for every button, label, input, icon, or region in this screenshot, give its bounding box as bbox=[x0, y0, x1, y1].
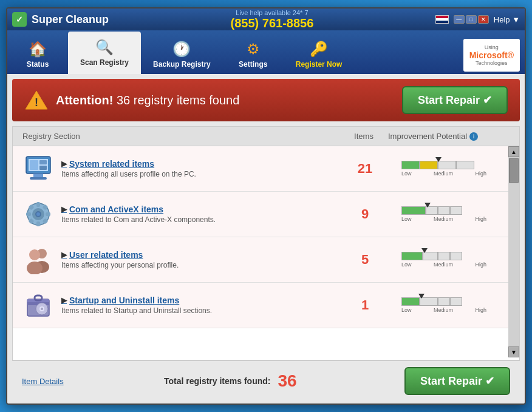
start-repair-button-top[interactable]: Start Repair ✔ bbox=[402, 86, 508, 114]
meter-medium-label: Medium bbox=[434, 307, 453, 313]
user-row-title[interactable]: ▶ User related items bbox=[61, 250, 341, 260]
live-help-text: Live help available 24* 7 bbox=[231, 9, 314, 16]
meter-empty1 bbox=[423, 252, 438, 260]
startup-row-desc: Items related to Startup and Uninstall s… bbox=[61, 306, 341, 315]
startup-row-meter: Low Medium High bbox=[389, 297, 499, 313]
table-row: ▶ System related items Items affecting a… bbox=[13, 146, 519, 192]
improvement-info-icon[interactable]: i bbox=[469, 132, 478, 141]
svg-rect-12 bbox=[36, 202, 40, 207]
meter-high-label: High bbox=[475, 216, 486, 222]
item-details-link[interactable]: Item Details bbox=[22, 377, 64, 386]
attention-bold: Attention! bbox=[56, 93, 113, 107]
meter-low-label: Low bbox=[401, 216, 412, 222]
startup-row-title-text: Startup and Uninstall items bbox=[69, 295, 179, 305]
app-branding: ✓ Super Cleanup bbox=[12, 12, 109, 27]
help-button[interactable]: Help ▼ bbox=[494, 15, 520, 24]
ms-name-text: Microsoft® bbox=[469, 50, 514, 60]
user-row-content: ▶ User related items Items affecting you… bbox=[61, 250, 341, 269]
flag-icon bbox=[435, 15, 449, 24]
footer-bar: Item Details Total registry items found:… bbox=[12, 360, 520, 401]
user-expand-arrow: ▶ bbox=[61, 251, 67, 259]
system-row-title[interactable]: ▶ System related items bbox=[61, 159, 341, 169]
microsoft-badge: Using Microsoft® Technologies bbox=[463, 39, 520, 72]
meter-indicator bbox=[435, 157, 442, 162]
tab-scan-registry[interactable]: 🔍 Scan Registry bbox=[68, 32, 141, 74]
startup-row-content: ▶ Startup and Uninstall items Items rela… bbox=[61, 295, 341, 315]
svg-rect-5 bbox=[30, 177, 47, 180]
com-row-meter: Low Medium High bbox=[389, 206, 499, 222]
tab-settings[interactable]: ⚙ Settings bbox=[223, 35, 284, 74]
register-tab-label: Register Now bbox=[296, 60, 343, 69]
meter-indicator bbox=[418, 294, 425, 299]
ms-tech-text: Technologies bbox=[476, 60, 508, 66]
svg-rect-7 bbox=[39, 160, 47, 164]
svg-rect-14 bbox=[26, 212, 31, 216]
register-tab-icon: 🔑 bbox=[310, 41, 328, 58]
table-header: Registry Section Items Improvement Poten… bbox=[13, 127, 519, 146]
status-tab-label: Status bbox=[27, 60, 49, 69]
phone-number: (855) 761-8856 bbox=[231, 16, 314, 30]
close-button[interactable]: ✕ bbox=[478, 15, 489, 24]
scroll-thumb[interactable] bbox=[509, 158, 519, 183]
tab-register-now[interactable]: 🔑 Register Now bbox=[284, 35, 355, 74]
gear-icon bbox=[24, 200, 53, 229]
svg-point-23 bbox=[29, 249, 40, 260]
meter-empty3 bbox=[450, 297, 462, 306]
maximize-button[interactable]: □ bbox=[466, 15, 477, 24]
user-row-icon bbox=[22, 244, 54, 275]
meter-empty3 bbox=[450, 252, 462, 260]
com-expand-arrow: ▶ bbox=[61, 205, 67, 214]
backup-tab-label: Backup Registry bbox=[153, 60, 211, 69]
svg-text:!: ! bbox=[35, 96, 38, 109]
com-row-desc: Items related to Com and Active-X compon… bbox=[61, 215, 341, 224]
svg-point-30 bbox=[41, 308, 43, 310]
com-row-title[interactable]: ▶ Com and ActiveX items bbox=[61, 204, 341, 214]
scroll-spacer bbox=[497, 132, 510, 141]
meter-labels: Low Medium High bbox=[401, 262, 486, 268]
status-tab-icon: 🏠 bbox=[29, 41, 47, 58]
com-row-title-text: Com and ActiveX items bbox=[69, 204, 163, 214]
warning-triangle-icon: ! bbox=[25, 90, 48, 110]
svg-rect-6 bbox=[30, 160, 38, 170]
svg-rect-13 bbox=[36, 221, 40, 226]
com-row-content: ▶ Com and ActiveX items Items related to… bbox=[61, 204, 341, 224]
svg-point-20 bbox=[36, 212, 40, 216]
user-row-title-text: User related items bbox=[69, 250, 143, 260]
meter-empty2 bbox=[438, 252, 450, 260]
contact-info: Live help available 24* 7 (855) 761-8856 bbox=[231, 9, 314, 30]
table-scrollbar[interactable]: ▲ ▼ bbox=[508, 146, 519, 357]
scroll-up-button[interactable]: ▲ bbox=[508, 146, 519, 157]
meter-green bbox=[401, 161, 420, 169]
system-meter-bar bbox=[401, 161, 486, 169]
minimize-button[interactable]: — bbox=[454, 15, 465, 24]
settings-tab-icon: ⚙ bbox=[247, 41, 260, 58]
start-repair-button-bottom[interactable]: Start Repair ✔ bbox=[404, 367, 510, 395]
warning-icon-wrap: ! bbox=[24, 88, 49, 112]
scroll-down-button[interactable]: ▼ bbox=[508, 346, 519, 357]
meter-empty1 bbox=[420, 297, 438, 306]
system-row-count: 21 bbox=[341, 161, 389, 177]
tab-status[interactable]: 🏠 Status bbox=[7, 35, 68, 74]
meter-high-label: High bbox=[475, 171, 486, 177]
window-controls[interactable]: — □ ✕ bbox=[454, 15, 489, 24]
user-meter-bar bbox=[401, 252, 486, 260]
backup-tab-icon: 🕐 bbox=[172, 41, 191, 58]
user-row-count: 5 bbox=[341, 252, 389, 268]
app-title: Super Cleanup bbox=[32, 13, 109, 26]
meter-empty1 bbox=[438, 161, 456, 169]
startup-icon bbox=[24, 291, 53, 320]
computer-icon bbox=[24, 154, 53, 183]
svg-point-24 bbox=[27, 262, 43, 274]
meter-high-label: High bbox=[475, 307, 486, 313]
system-row-title-text: System related items bbox=[69, 159, 154, 169]
meter-labels: Low Medium High bbox=[401, 216, 486, 222]
tab-backup-registry[interactable]: 🕐 Backup Registry bbox=[141, 35, 223, 74]
startup-row-title[interactable]: ▶ Startup and Uninstall items bbox=[61, 295, 341, 305]
scan-tab-icon: 🔍 bbox=[95, 39, 114, 56]
col-section-header: Registry Section bbox=[22, 132, 339, 141]
app-icon-symbol: ✓ bbox=[16, 15, 23, 24]
attention-message: 36 registry items found bbox=[113, 93, 239, 107]
meter-green bbox=[401, 297, 420, 306]
attention-text: Attention! 36 registry items found bbox=[56, 93, 239, 107]
title-bar: ✓ Super Cleanup Live help available 24* … bbox=[7, 8, 525, 30]
